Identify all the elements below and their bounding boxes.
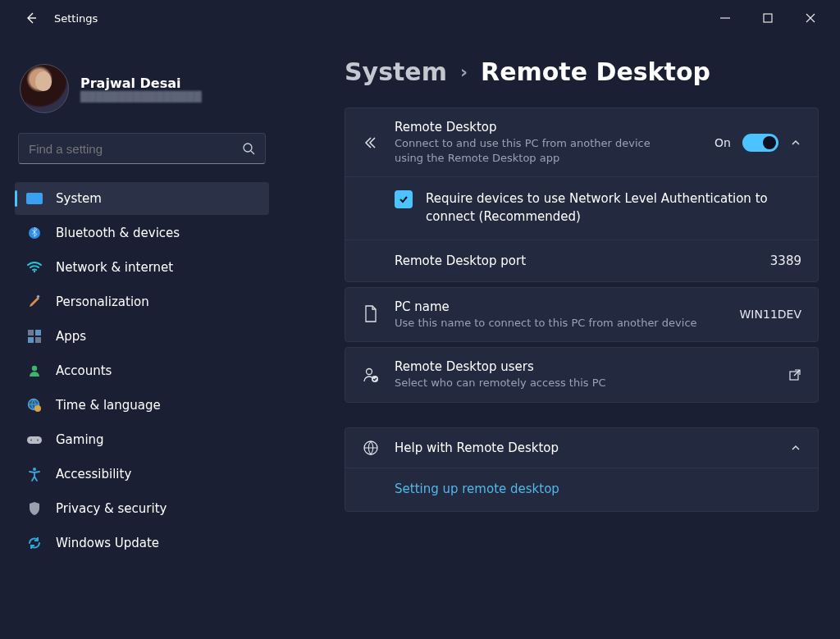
- chevron-up-icon[interactable]: [790, 442, 801, 454]
- nav-label: Bluetooth & devices: [56, 226, 180, 240]
- bluetooth-icon: [26, 225, 43, 241]
- page-title: Remote Desktop: [481, 57, 710, 86]
- avatar: [20, 64, 69, 113]
- remote-desktop-title: Remote Desktop: [395, 120, 700, 135]
- svg-rect-2: [26, 193, 43, 204]
- nav-label: Network & internet: [56, 260, 173, 275]
- toggle-state-label: On: [714, 136, 731, 149]
- shield-icon: [26, 500, 43, 517]
- svg-rect-8: [28, 337, 34, 343]
- remote-desktop-toggle[interactable]: [742, 134, 778, 152]
- titlebar: Settings: [0, 0, 840, 36]
- minimize-button[interactable]: [714, 7, 737, 30]
- accessibility-icon: [26, 466, 43, 482]
- gamepad-icon: [26, 431, 43, 448]
- chevron-up-icon[interactable]: [790, 137, 801, 148]
- nav-item-personalization[interactable]: Personalization: [15, 285, 269, 318]
- maximize-button[interactable]: [756, 7, 779, 30]
- nav-item-apps[interactable]: Apps: [15, 320, 269, 353]
- svg-point-10: [32, 366, 37, 371]
- nav-item-accounts[interactable]: Accounts: [15, 354, 269, 387]
- nav-label: Accounts: [56, 363, 112, 378]
- port-label: Remote Desktop port: [395, 253, 526, 268]
- person-icon: [26, 363, 43, 379]
- pc-name-row: PC name Use this name to connect to this…: [345, 288, 818, 342]
- nav-item-network[interactable]: Network & internet: [15, 251, 269, 284]
- port-value: 3389: [770, 253, 801, 268]
- open-external-icon: [788, 368, 801, 381]
- nav-label: Gaming: [56, 432, 104, 447]
- search-input[interactable]: [29, 142, 242, 156]
- remote-desktop-card: Remote Desktop Connect to and use this P…: [345, 107, 819, 282]
- globe-help-icon: [362, 440, 380, 456]
- nav-item-bluetooth[interactable]: Bluetooth & devices: [15, 217, 269, 249]
- nav-label: Windows Update: [56, 536, 159, 550]
- sidebar: Prajwal Desai ████████████████ System Bl…: [0, 36, 279, 639]
- help-row[interactable]: Help with Remote Desktop: [345, 428, 818, 468]
- user-check-icon: [362, 367, 380, 383]
- nav-label: System: [56, 191, 102, 206]
- help-link[interactable]: Setting up remote desktop: [395, 482, 559, 496]
- search-icon: [242, 142, 255, 155]
- nla-checkbox[interactable]: [395, 190, 413, 208]
- nav-item-system[interactable]: System: [15, 182, 269, 215]
- pc-name-title: PC name: [395, 299, 725, 314]
- window-title: Settings: [54, 12, 98, 25]
- nla-row[interactable]: Require devices to use Network Level Aut…: [345, 177, 818, 240]
- search-box[interactable]: [18, 133, 266, 164]
- chevron-right-icon: ›: [460, 62, 468, 82]
- breadcrumb: System › Remote Desktop: [345, 57, 819, 86]
- svg-point-16: [33, 468, 36, 471]
- port-row: Remote Desktop port 3389: [345, 240, 818, 281]
- nav-item-update[interactable]: Windows Update: [15, 527, 269, 559]
- display-icon: [26, 190, 43, 207]
- user-email: ████████████████: [80, 91, 202, 103]
- nav-label: Privacy & security: [56, 501, 167, 516]
- rd-users-title: Remote Desktop users: [395, 359, 774, 374]
- pc-name-card: PC name Use this name to connect to this…: [345, 287, 819, 343]
- help-title: Help with Remote Desktop: [395, 440, 775, 455]
- globe-clock-icon: [26, 397, 43, 413]
- nav-list: System Bluetooth & devices Network & int…: [15, 182, 269, 559]
- remote-desktop-row[interactable]: Remote Desktop Connect to and use this P…: [345, 108, 818, 177]
- svg-point-12: [34, 405, 41, 412]
- svg-point-18: [372, 376, 378, 382]
- wifi-icon: [26, 259, 43, 276]
- remote-desktop-icon: [362, 135, 380, 151]
- svg-rect-7: [35, 330, 41, 335]
- svg-rect-6: [28, 330, 34, 335]
- svg-point-17: [367, 368, 372, 374]
- svg-rect-13: [27, 436, 42, 444]
- svg-point-14: [30, 440, 32, 441]
- user-profile[interactable]: Prajwal Desai ████████████████: [20, 64, 264, 113]
- nav-label: Accessibility: [56, 467, 131, 482]
- nav-label: Time & language: [56, 398, 161, 413]
- document-icon: [362, 305, 380, 323]
- update-icon: [26, 535, 43, 551]
- nav-item-time[interactable]: Time & language: [15, 389, 269, 422]
- nav-item-privacy[interactable]: Privacy & security: [15, 492, 269, 525]
- pc-name-sub: Use this name to connect to this PC from…: [395, 316, 725, 331]
- breadcrumb-parent[interactable]: System: [345, 57, 447, 86]
- nav-item-gaming[interactable]: Gaming: [15, 423, 269, 456]
- help-card: Help with Remote Desktop Setting up remo…: [345, 427, 819, 512]
- svg-rect-0: [764, 14, 772, 22]
- back-button[interactable]: [20, 7, 43, 30]
- remote-desktop-sub: Connect to and use this PC from another …: [395, 136, 657, 165]
- nla-label: Require devices to use Network Level Aut…: [426, 190, 801, 226]
- nav-item-accessibility[interactable]: Accessibility: [15, 458, 269, 491]
- rd-users-card[interactable]: Remote Desktop users Select who can remo…: [345, 347, 819, 403]
- main-content: System › Remote Desktop Remote Desktop C…: [279, 36, 840, 639]
- svg-point-1: [244, 144, 252, 152]
- close-button[interactable]: [799, 7, 822, 30]
- apps-icon: [26, 328, 43, 345]
- nav-label: Personalization: [56, 294, 149, 309]
- nav-label: Apps: [56, 329, 86, 344]
- svg-point-15: [37, 440, 39, 441]
- user-name: Prajwal Desai: [80, 75, 202, 91]
- rd-users-row[interactable]: Remote Desktop users Select who can remo…: [345, 348, 818, 402]
- window-controls: [714, 7, 830, 30]
- help-link-row: Setting up remote desktop: [345, 468, 818, 511]
- paintbrush-icon: [26, 294, 43, 310]
- svg-rect-9: [35, 337, 41, 343]
